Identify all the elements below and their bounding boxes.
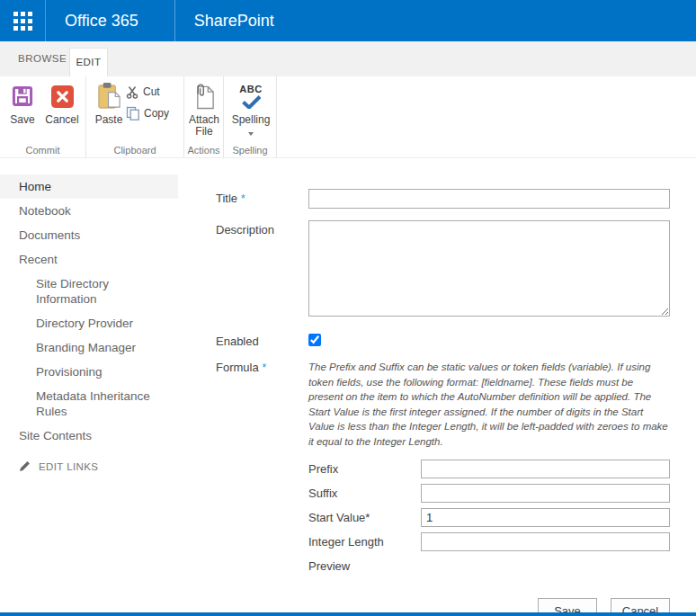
ribbon: Save Cancel Commit Paste <box>0 76 696 158</box>
formula-help-text: The Prefix and Suffix can be static valu… <box>308 360 670 449</box>
cut-icon <box>126 85 139 99</box>
ribbon-tab-row: BROWSE EDIT <box>0 41 696 76</box>
integer-length-row: Integer Length <box>308 532 670 551</box>
suffix-label: Suffix <box>308 484 421 503</box>
formula-label: Formula * <box>216 358 308 578</box>
ribbon-group-clipboard: Paste Cut Copy Clipboard <box>86 76 184 157</box>
preview-label: Preview <box>308 557 421 573</box>
cancel-ribbon-button[interactable]: Cancel <box>43 80 81 126</box>
ribbon-group-commit: Save Cancel Commit <box>0 76 86 157</box>
suffix-input[interactable] <box>421 484 670 503</box>
paste-icon <box>93 80 125 112</box>
suffix-row: Suffix <box>308 484 670 503</box>
integer-length-input[interactable] <box>421 532 670 551</box>
tab-browse[interactable]: BROWSE <box>18 41 67 76</box>
prefix-row: Prefix <box>308 460 670 478</box>
group-label-clipboard: Clipboard <box>86 145 183 156</box>
paste-button[interactable]: Paste <box>93 80 125 126</box>
title-row: Title * <box>216 189 670 209</box>
sidebar-item-metadata-inheritance-rules[interactable]: Metadata Inheritance Rules <box>0 384 171 424</box>
start-value-row: Start Value* <box>308 508 670 527</box>
spelling-button[interactable]: ABC Spelling <box>231 80 271 138</box>
description-textarea[interactable] <box>308 220 670 317</box>
copy-button[interactable]: Copy <box>126 104 169 122</box>
left-nav: Home Notebook Documents Recent Site Dire… <box>0 174 184 472</box>
ribbon-group-actions: Attach File Actions <box>184 76 224 157</box>
group-label-spelling: Spelling <box>224 145 276 156</box>
app-launcher-button[interactable] <box>0 0 46 41</box>
sidebar-item-directory-provider[interactable]: Directory Provider <box>0 311 171 335</box>
prefix-label: Prefix <box>308 460 421 478</box>
preview-row: Preview <box>308 557 670 573</box>
description-label: Description <box>216 220 308 320</box>
ribbon-group-spelling: ABC Spelling Spelling <box>224 76 277 157</box>
edit-links-button[interactable]: EDIT LINKS <box>19 460 184 472</box>
title-label: Title * <box>216 189 308 209</box>
start-value-label: Start Value* <box>308 508 421 527</box>
copy-icon <box>126 106 140 121</box>
enabled-label: Enabled <box>216 332 308 350</box>
form-content: Title * Description Enabled Formula * Th… <box>216 189 670 616</box>
attach-file-icon <box>186 80 222 112</box>
waffle-icon <box>13 12 32 31</box>
save-icon <box>4 80 40 112</box>
spelling-dropdown-caret <box>248 132 254 136</box>
suite-bar: Office 365 SharePoint <box>0 0 696 41</box>
enabled-row: Enabled <box>216 332 670 350</box>
sidebar-item-home[interactable]: Home <box>0 174 178 199</box>
bottom-accent-strip <box>0 612 696 616</box>
suite-brand[interactable]: Office 365 <box>65 12 138 31</box>
cut-button[interactable]: Cut <box>126 83 169 101</box>
description-row: Description <box>216 220 670 320</box>
sidebar-item-recent[interactable]: Recent <box>0 247 178 272</box>
required-asterisk: * <box>262 361 266 374</box>
sidebar-item-site-directory-information[interactable]: Site Directory Information <box>0 272 171 311</box>
group-label-commit: Commit <box>0 145 85 156</box>
sidebar-item-site-contents[interactable]: Site Contents <box>0 424 178 448</box>
cancel-icon <box>43 80 81 112</box>
save-ribbon-button[interactable]: Save <box>4 80 40 126</box>
attach-file-button[interactable]: Attach File <box>186 80 222 138</box>
spelling-icon: ABC <box>231 80 271 112</box>
integer-length-label: Integer Length <box>308 532 421 551</box>
sidebar-item-branding-manager[interactable]: Branding Manager <box>0 335 171 360</box>
title-input[interactable] <box>308 189 670 209</box>
enabled-checkbox[interactable] <box>308 334 321 346</box>
prefix-input[interactable] <box>421 460 670 478</box>
formula-row: Formula * The Prefix and Suffix can be s… <box>216 358 670 578</box>
sidebar-item-documents[interactable]: Documents <box>0 223 178 247</box>
group-label-actions: Actions <box>184 145 223 156</box>
start-value-input[interactable] <box>421 508 670 527</box>
suite-divider <box>174 0 175 41</box>
sidebar-item-provisioning[interactable]: Provisioning <box>0 360 171 384</box>
pencil-icon <box>19 460 31 472</box>
sidebar-item-notebook[interactable]: Notebook <box>0 199 178 223</box>
required-asterisk: * <box>241 192 245 205</box>
tab-edit[interactable]: EDIT <box>69 48 108 77</box>
suite-app-title[interactable]: SharePoint <box>194 12 274 31</box>
